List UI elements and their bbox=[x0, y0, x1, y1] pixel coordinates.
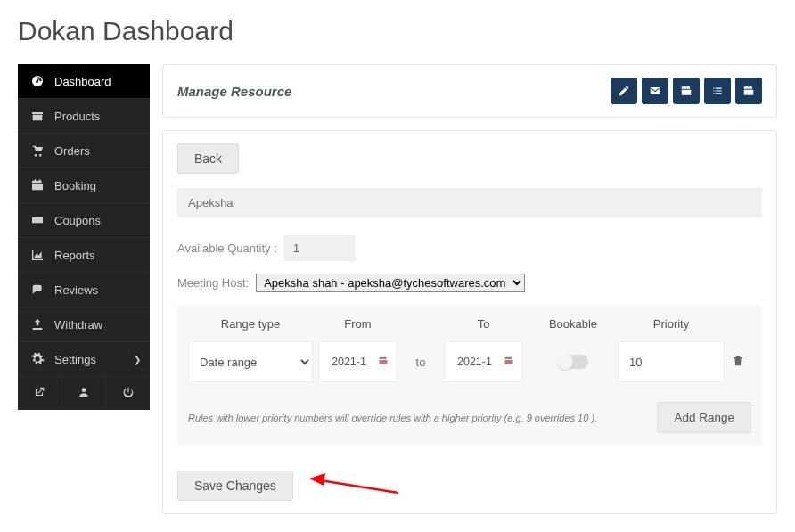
ticket-icon bbox=[30, 213, 45, 227]
chevron-right-icon: ❯ bbox=[134, 355, 141, 364]
meeting-host-label: Meeting Host: bbox=[177, 276, 249, 290]
sidebar-item-products[interactable]: Products bbox=[18, 99, 150, 134]
sidebar-item-label: Withdraw bbox=[54, 318, 102, 331]
rules-note: Rules with lower priority numbers will o… bbox=[188, 413, 597, 423]
user-icon[interactable] bbox=[62, 377, 107, 410]
sidebar-item-label: Dashboard bbox=[54, 75, 111, 88]
quantity-input[interactable] bbox=[284, 235, 356, 261]
svg-line-0 bbox=[320, 480, 398, 493]
power-icon[interactable] bbox=[106, 377, 150, 410]
gauge-icon bbox=[30, 74, 45, 88]
delete-row-button[interactable] bbox=[725, 355, 751, 370]
header-action-icons bbox=[611, 78, 762, 104]
col-bookable: Bookable bbox=[529, 317, 618, 331]
table-footer: Rules with lower priority numbers will o… bbox=[177, 389, 762, 446]
sidebar-item-label: Orders bbox=[54, 144, 90, 158]
box-icon bbox=[30, 109, 45, 123]
chart-icon bbox=[30, 248, 45, 262]
external-link-icon[interactable] bbox=[18, 377, 62, 410]
add-range-button[interactable]: Add Range bbox=[657, 402, 751, 433]
sidebar-item-withdraw[interactable]: Withdraw bbox=[18, 307, 150, 342]
meeting-host-row: Meeting Host: Apeksha shah - apeksha@tyc… bbox=[177, 274, 762, 292]
sidebar-item-coupons[interactable]: Coupons bbox=[18, 203, 150, 238]
resource-panel: Back Apeksha Available Quantity : Meetin… bbox=[162, 130, 777, 514]
gear-icon bbox=[30, 352, 45, 366]
sidebar-item-label: Coupons bbox=[54, 214, 101, 227]
resource-name: Apeksha bbox=[177, 188, 762, 217]
comments-icon bbox=[30, 282, 45, 297]
table-row: Date range to bbox=[177, 341, 762, 389]
sidebar: Dashboard Products Orders Booking Coupon… bbox=[18, 64, 150, 410]
mail-icon[interactable] bbox=[642, 78, 668, 104]
arrow-annotation bbox=[309, 473, 398, 498]
sidebar-item-reports[interactable]: Reports bbox=[18, 238, 150, 273]
panel-title: Manage Resource bbox=[177, 84, 291, 99]
list-icon[interactable] bbox=[704, 78, 731, 104]
quantity-label: Available Quantity : bbox=[177, 241, 277, 255]
header-panel: Manage Resource bbox=[162, 64, 777, 118]
page-title: Dokan Dashboard bbox=[0, 0, 795, 64]
sidebar-item-label: Reports bbox=[54, 249, 95, 262]
col-from: From bbox=[313, 317, 403, 331]
col-priority: Priority bbox=[618, 317, 725, 331]
availability-table: Range type From To Bookable Priority Dat… bbox=[177, 305, 762, 446]
calendar-icon bbox=[30, 178, 45, 192]
col-range-type: Range type bbox=[188, 317, 313, 331]
sidebar-item-orders[interactable]: Orders bbox=[18, 134, 150, 168]
edit-icon[interactable] bbox=[611, 78, 637, 104]
bookable-toggle[interactable] bbox=[558, 355, 588, 369]
sidebar-item-settings[interactable]: Settings ❯ bbox=[18, 342, 150, 377]
main-content: Manage Resource Back Apeksha Available Q… bbox=[162, 64, 777, 527]
calendar-small-icon[interactable] bbox=[673, 78, 700, 104]
calendar-alt-icon[interactable] bbox=[735, 78, 762, 104]
quantity-row: Available Quantity : bbox=[177, 235, 762, 261]
calendar-picker-icon[interactable] bbox=[378, 355, 389, 369]
sidebar-item-label: Settings bbox=[54, 353, 96, 366]
col-to: To bbox=[438, 317, 529, 331]
meeting-host-select[interactable]: Apeksha shah - apeksha@tychesoftwares.co… bbox=[256, 274, 525, 292]
table-header: Range type From To Bookable Priority bbox=[177, 305, 762, 341]
calendar-picker-icon[interactable] bbox=[504, 355, 514, 369]
svg-marker-1 bbox=[309, 473, 325, 486]
priority-input[interactable] bbox=[618, 341, 725, 382]
back-button[interactable]: Back bbox=[177, 143, 239, 174]
range-type-select[interactable]: Date range bbox=[188, 341, 313, 382]
sidebar-item-label: Reviews bbox=[54, 283, 98, 297]
sidebar-item-label: Booking bbox=[54, 179, 96, 192]
sidebar-item-label: Products bbox=[54, 110, 100, 123]
sidebar-item-booking[interactable]: Booking bbox=[18, 168, 150, 203]
sidebar-item-dashboard[interactable]: Dashboard bbox=[18, 64, 150, 99]
sidebar-toolbar bbox=[18, 377, 150, 410]
save-changes-button[interactable]: Save Changes bbox=[177, 471, 293, 501]
upload-icon bbox=[30, 317, 45, 331]
sidebar-item-reviews[interactable]: Reviews bbox=[18, 273, 150, 307]
to-separator: to bbox=[403, 356, 438, 369]
cart-icon bbox=[30, 143, 45, 158]
